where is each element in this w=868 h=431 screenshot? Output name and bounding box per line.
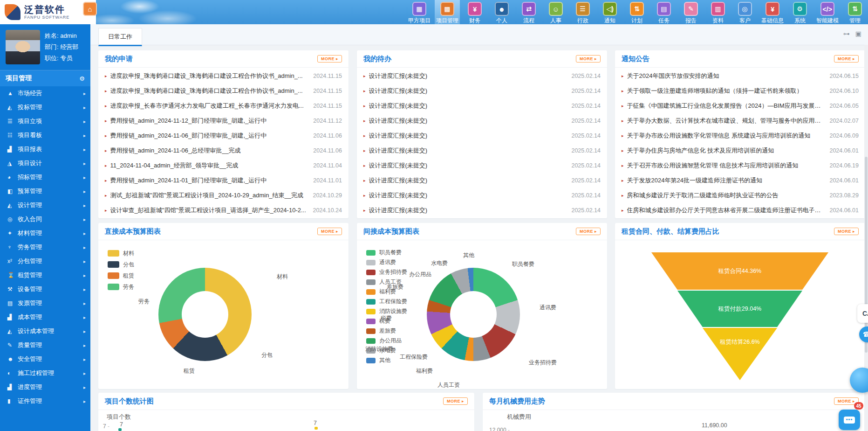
todo-list-item[interactable]: ▸ 设计进度汇报(未提交) 2025.02.14 <box>363 113 601 128</box>
sidebar-menu-item[interactable]: ◐ 施工过程管理 ▸ <box>0 366 90 380</box>
todo-list-item[interactable]: ▸ 设计进度汇报(未提交) 2025.02.14 <box>363 69 601 83</box>
request-list-item[interactable]: ▸ 费用报销_admin_2024-11-01_部门经理审批_胡建,_运行中 2… <box>105 173 342 188</box>
tab-daily-work[interactable]: 日常工作 <box>98 28 142 46</box>
nav-item[interactable]: ▩ 项目管理 <box>435 0 460 24</box>
legend-item[interactable]: 租赁 <box>108 270 134 281</box>
sidebar-menu-item[interactable]: ◕ 招标管理 ▸ <box>0 170 90 184</box>
key-icon[interactable]: ⊶ <box>843 30 850 37</box>
legend-item[interactable]: 通讯费 <box>366 257 407 267</box>
sidebar-menu-item[interactable]: ▤ 发票管理 ▸ <box>0 296 90 310</box>
request-list-item[interactable]: ▸ 费用报销_admin_2024-11-12_部门经理审批_胡建,_运行中 2… <box>105 113 342 128</box>
sidebar-menu-item[interactable]: ☰ 项目立项 ▸ <box>0 114 90 128</box>
sidebar-menu-item[interactable]: ▮ 证件管理 ▸ <box>0 394 90 408</box>
sidebar-menu-item[interactable]: ◎ 收入合同 ▸ <box>0 212 90 226</box>
direct-cost-donut-chart[interactable] <box>158 268 252 361</box>
more-button[interactable]: MORE <box>834 55 859 63</box>
legend-item[interactable]: 职员餐费 <box>366 248 407 257</box>
request-list-item[interactable]: ▸ 费用报销_admin_2024-11-06_总经理审批__完成 2024.1… <box>105 143 342 158</box>
legend-item[interactable]: 劳务 <box>108 281 134 292</box>
ca-widget[interactable]: CA <box>857 304 868 323</box>
notice-list-item[interactable]: ▸ 房和城乡建设厅关于取消二级建造师临时执业证书的公告 2023.08.29 <box>622 188 859 203</box>
nav-item[interactable]: ☻ 个人 <box>490 0 514 24</box>
collapse-icon[interactable]: ▣ <box>855 30 861 37</box>
nav-item[interactable]: ☺ 人事 <box>544 0 568 24</box>
sidebar-menu-item[interactable]: ▟ 成本管理 ▸ <box>0 310 90 324</box>
sidebar-menu-item[interactable]: ✦ 材料管理 ▸ <box>0 226 90 240</box>
legend-item[interactable]: 差旅费 <box>366 326 407 336</box>
nav-item[interactable]: ¥ 财务 <box>463 0 487 24</box>
more-button[interactable]: MORE <box>317 55 342 63</box>
indirect-cost-donut-chart[interactable] <box>427 268 520 361</box>
request-list-item[interactable]: ▸ 进度款申报_珠海鹤港口建设_珠海鹤港口建设工程合作协议书_admin_...… <box>105 69 342 83</box>
request-list-item[interactable]: ▸ 设计审查_彭祖新城"四馆"景观工程设计项目_请选择_胡产生_2024-10-… <box>105 203 342 218</box>
nav-item[interactable]: ⚙ 系统 <box>788 0 812 24</box>
sidebar-menu-item[interactable]: ◭ 投标管理 ▸ <box>0 100 90 114</box>
todo-list-item[interactable]: ▸ 设计进度汇报(未提交) 2025.02.14 <box>363 83 601 98</box>
more-button[interactable]: MORE <box>576 228 601 235</box>
legend-item[interactable]: 办公用品 <box>366 336 407 346</box>
todo-list-item[interactable]: ▸ 设计进度汇报(未提交) 2025.02.14 <box>363 203 601 218</box>
nav-item[interactable]: ¥ 基础信息 <box>760 0 785 24</box>
sidebar-menu-item[interactable]: ◭ 设计成本管理 ▸ <box>0 324 90 338</box>
nav-item[interactable]: ▥ 资料 <box>706 0 730 24</box>
funnel-segment[interactable]: 租赁合同44.36% <box>651 252 828 290</box>
sidebar-menu-item[interactable]: ☷ 项目看板 ▸ <box>0 128 90 142</box>
nav-item[interactable]: ◎ 客户 <box>733 0 757 24</box>
nav-item[interactable]: ⇅ 管理 <box>843 0 867 24</box>
todo-list-item[interactable]: ▸ 设计进度汇报(未提交) 2025.02.14 <box>363 173 601 188</box>
sidebar-menu-item[interactable]: ⚒ 设备管理 ▸ <box>0 282 90 296</box>
todo-list-item[interactable]: ▸ 设计进度汇报(未提交) 2025.02.14 <box>363 188 601 203</box>
project-count-chart[interactable]: 项目个数 7 7 7 <box>98 410 474 431</box>
request-list-item[interactable]: ▸ 测试_彭祖新城"四馆"景观工程设计项目_2024-10-29_admin_结… <box>105 188 342 203</box>
more-button[interactable]: MORE <box>834 228 859 235</box>
legend-item[interactable]: 业务招待费 <box>366 267 407 277</box>
sidebar-menu-item[interactable]: ◮ 项目设计 ▸ <box>0 156 90 170</box>
more-button[interactable]: MORE <box>317 228 342 235</box>
legend-item[interactable]: 分包 <box>108 259 134 270</box>
todo-list-item[interactable]: ▸ 设计进度汇报(未提交) 2025.02.14 <box>363 143 601 158</box>
sidebar-menu-item[interactable]: ▟ 进度管理 ▸ <box>0 380 90 394</box>
nav-item[interactable]: ⇅ 计划 <box>625 0 649 24</box>
nav-item[interactable]: ⇄ 流程 <box>517 0 541 24</box>
notice-list-item[interactable]: ▸ 关于召开市政公用设施智慧化管理 信息技术与应用培训班的通知 2024.06.… <box>622 158 859 173</box>
funnel-segment[interactable]: 租赁付款29.04% <box>677 291 802 327</box>
sidebar-menu-item[interactable]: x² 分包管理 ▸ <box>0 254 90 268</box>
chat-button[interactable]: ••• <box>839 410 860 430</box>
request-list-item[interactable]: ▸ 进度款申报_珠海鹤港口建设_珠海鹤港口建设工程合作协议书_admin_...… <box>105 83 342 98</box>
more-button[interactable]: MORE <box>576 55 601 63</box>
sidebar-menu-item[interactable]: ♆ 劳务管理 ▸ <box>0 240 90 254</box>
notice-list-item[interactable]: ▸ 关于举办住房与房地产信息化 技术及应用培训班的通知 2024.06.01 <box>622 143 859 158</box>
sidebar-menu-item[interactable]: ⌛ 租赁管理 ▸ <box>0 268 90 282</box>
request-list-item[interactable]: ▸ 11_2024-11-04_admin_经营部_领导审批__完成 2024.… <box>105 158 342 173</box>
notice-list-item[interactable]: ▸ 于征集《中国建筑施工行业信息化发展报告（2024）—BIM应用与发展》材料.… <box>622 98 859 113</box>
funnel-segment[interactable]: 租赁结算26.6% <box>703 328 777 380</box>
notice-list-item[interactable]: ▸ 住房和城乡建设部办公厅关于同意吉林省开展二级建造师注册证书电子化试点... … <box>622 203 859 218</box>
sidebar-menu-item[interactable]: ▲ 市场经营 ▸ <box>0 86 90 100</box>
nav-item[interactable]: ▤ 任务 <box>652 0 676 24</box>
nav-item[interactable]: </> 智能建模 <box>815 0 840 24</box>
sidebar-menu-item[interactable]: ▟ 项目报表 ▸ <box>0 142 90 156</box>
more-button[interactable]: MORE <box>443 397 468 405</box>
request-list-item[interactable]: ▸ 进度款申报_长春市伊通河水力发电厂改建工程_长春市伊通河水力发电... 20… <box>105 98 342 113</box>
nav-item[interactable]: ◁) 通知 <box>598 0 622 24</box>
sidebar-menu-item[interactable]: ☻ 安全管理 ▸ <box>0 352 90 366</box>
nav-item[interactable]: ☰ 行政 <box>571 0 595 24</box>
notice-list-item[interactable]: ▸ 关于领取一级注册建造师增项贴的通知（须持一建证书前来领取） 2024.06.… <box>622 83 859 98</box>
legend-item[interactable]: 材料 <box>108 248 134 259</box>
nav-portal[interactable]: ⌂ 门户 <box>79 2 101 25</box>
nav-item[interactable]: ✎ 报告 <box>679 0 703 24</box>
legend-item[interactable]: 工程保险费 <box>366 297 407 306</box>
sidebar-menu-item[interactable]: ◧ 预算管理 ▸ <box>0 184 90 198</box>
gear-icon[interactable]: ⚙ <box>79 75 85 82</box>
notice-list-item[interactable]: ▸ 关于2024年国庆节放假安排的通知 2024.06.15 <box>622 69 859 83</box>
notice-list-item[interactable]: ▸ 关于举办市政公用设施数字化管理信息 系统建设与应用培训班的通知 2024.0… <box>622 128 859 143</box>
notice-list-item[interactable]: ▸ 关于发放2024年第24批一级建造师注册证书的通知 2024.06.01 <box>622 173 859 188</box>
machine-cost-chart[interactable]: 机械费用 12,000 11,690.00 <box>483 410 865 431</box>
sidebar-section-header[interactable]: 项目管理 ⚙ <box>0 70 90 86</box>
notice-list-item[interactable]: ▸ 关于举办大数据、云计算技术在城市建设、规划、管理与服务中的应用培训班... … <box>622 113 859 128</box>
todo-list-item[interactable]: ▸ 设计进度汇报(未提交) 2025.02.14 <box>363 128 601 143</box>
todo-list-item[interactable]: ▸ 设计进度汇报(未提交) 2025.02.14 <box>363 98 601 113</box>
request-list-item[interactable]: ▸ 费用报销_admin_2024-11-06_部门经理审批_胡建,_运行中 2… <box>105 128 342 143</box>
todo-list-item[interactable]: ▸ 设计进度汇报(未提交) 2025.02.14 <box>363 158 601 173</box>
nav-item[interactable]: ▦ 甲方项目 <box>407 0 432 24</box>
